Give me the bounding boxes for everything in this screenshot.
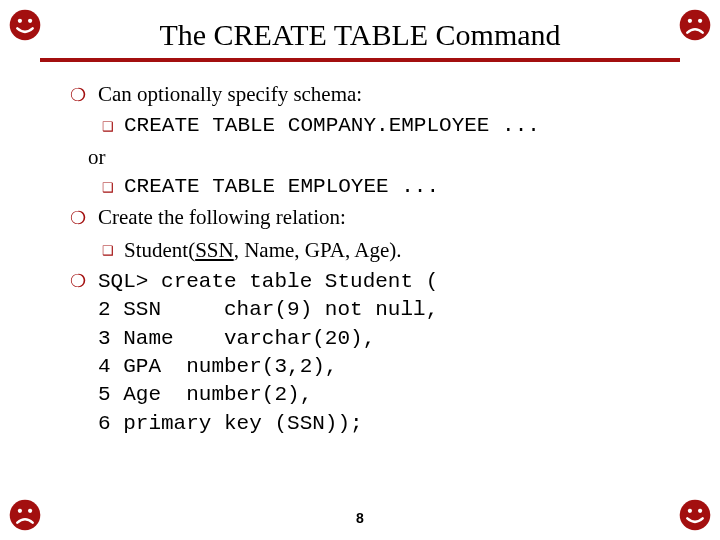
title-rule [40, 58, 680, 62]
sql-line: create table Student ( [148, 270, 438, 293]
bullet-level1: ❍ SQL> create table Student ( 2 SSN char… [70, 266, 660, 438]
sql-line: 5 Age number(2), [98, 381, 660, 409]
sql-line: 2 SSN char(9) not null, [98, 296, 660, 324]
svg-point-0 [10, 10, 41, 41]
or-text: or [88, 143, 660, 171]
text: Student( [124, 238, 195, 262]
key-attr: SSN [195, 238, 234, 262]
bullet-icon: ❍ [70, 269, 86, 293]
relation-text: Student(SSN, Name, GPA, Age). [124, 236, 660, 264]
sql-line: 3 Name varchar(20), [98, 325, 660, 353]
bullet-text: Create the following relation: [98, 203, 660, 231]
bullet-icon: ❑ [102, 118, 114, 136]
smile-icon [8, 8, 42, 42]
slide: The CREATE TABLE Command ❍ Can optionall… [0, 0, 720, 540]
bullet-level2: ❑ CREATE TABLE COMPANY.EMPLOYEE ... [102, 112, 660, 140]
bullet-icon: ❍ [70, 83, 86, 107]
sql-line: 4 GPA number(3,2), [98, 353, 660, 381]
code-text: CREATE TABLE COMPANY.EMPLOYEE ... [124, 112, 660, 140]
svg-point-4 [688, 19, 692, 23]
sql-block-container: SQL> create table Student ( 2 SSN char(9… [98, 266, 660, 438]
bullet-level2: ❑ Student(SSN, Name, GPA, Age). [102, 236, 660, 264]
bullet-level1: ❍ Create the following relation: [70, 203, 660, 231]
svg-point-3 [680, 10, 711, 41]
bullet-icon: ❍ [70, 206, 86, 230]
sql-prompt: SQL> [98, 270, 148, 293]
bullet-level1: ❍ Can optionally specify schema: [70, 80, 660, 108]
text: , Name, GPA, Age). [234, 238, 402, 262]
bullet-level2: ❑ CREATE TABLE EMPLOYEE ... [102, 173, 660, 201]
sad-icon [678, 8, 712, 42]
svg-point-5 [698, 19, 702, 23]
svg-point-1 [18, 19, 22, 23]
svg-point-2 [28, 19, 32, 23]
code-text: CREATE TABLE EMPLOYEE ... [124, 173, 660, 201]
sql-line: 6 primary key (SSN)); [98, 410, 660, 438]
bullet-text: Can optionally specify schema: [98, 80, 660, 108]
bullet-icon: ❑ [102, 242, 114, 260]
page-number: 8 [0, 510, 720, 526]
slide-content: ❍ Can optionally specify schema: ❑ CREAT… [70, 80, 660, 438]
bullet-icon: ❑ [102, 179, 114, 197]
slide-title: The CREATE TABLE Command [0, 0, 720, 52]
